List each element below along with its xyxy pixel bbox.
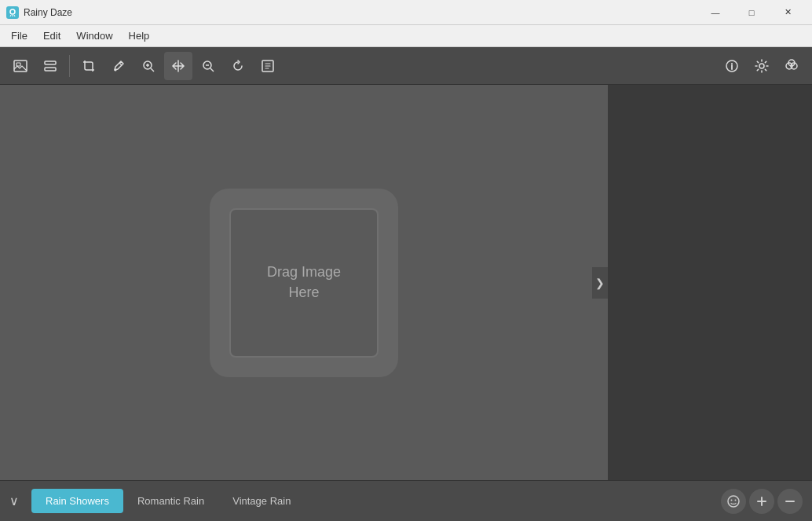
svg-line-15 — [210, 68, 214, 72]
title-bar: Rainy Daze — □ ✕ — [0, 0, 812, 25]
tabs-area: Rain Showers Romantic Rain Vintage Rain — [28, 489, 721, 513]
svg-rect-7 — [45, 68, 56, 71]
maximize-button[interactable]: □ — [733, 0, 770, 25]
svg-rect-5 — [16, 63, 20, 66]
toolbar-right — [718, 52, 806, 80]
menu-file[interactable]: File — [3, 27, 35, 45]
svg-point-8 — [115, 68, 117, 71]
menu-edit[interactable]: Edit — [35, 27, 68, 45]
main-area: Drag Image Here ❯ — [0, 85, 812, 480]
layers-icon[interactable] — [36, 52, 64, 80]
move-icon[interactable] — [164, 52, 192, 80]
svg-line-12 — [151, 68, 154, 72]
drag-text: Drag Image Here — [267, 262, 341, 302]
canvas-area[interactable]: Drag Image Here ❯ — [0, 85, 608, 480]
export-icon[interactable] — [254, 52, 282, 80]
tab-rain-showers[interactable]: Rain Showers — [31, 489, 123, 513]
svg-line-1 — [10, 15, 11, 17]
svg-point-26 — [735, 499, 737, 501]
zoom-in-icon[interactable] — [134, 52, 163, 80]
info-icon[interactable] — [718, 52, 746, 80]
svg-point-0 — [10, 9, 15, 14]
svg-rect-6 — [45, 61, 56, 64]
svg-point-24 — [728, 496, 739, 507]
bottom-bar: ∨ Rain Showers Romantic Rain Vintage Rai… — [0, 480, 812, 521]
svg-point-25 — [731, 499, 733, 501]
tab-romantic-rain[interactable]: Romantic Rain — [123, 489, 218, 513]
add-button[interactable] — [749, 489, 774, 514]
right-panel — [608, 85, 812, 480]
effects-icon[interactable] — [777, 52, 806, 80]
bottom-chevron-icon[interactable]: ∨ — [0, 481, 28, 522]
image-icon[interactable] — [6, 52, 35, 80]
crop-icon[interactable] — [75, 52, 103, 80]
zoom-out-icon[interactable] — [194, 52, 222, 80]
svg-line-3 — [14, 15, 15, 17]
close-button[interactable]: ✕ — [770, 0, 806, 25]
menu-bar: File Edit Window Help — [0, 25, 812, 47]
app-title: Rainy Daze — [24, 7, 697, 18]
drag-zone[interactable]: Drag Image Here — [210, 189, 398, 377]
panel-toggle-icon[interactable]: ❯ — [592, 267, 608, 299]
menu-help[interactable]: Help — [121, 27, 158, 45]
window-controls: — □ ✕ — [697, 0, 806, 25]
emoji-button[interactable] — [721, 489, 746, 514]
settings-icon[interactable] — [748, 52, 776, 80]
app-icon — [6, 6, 19, 19]
drag-zone-inner: Drag Image Here — [229, 208, 379, 358]
rotate-icon[interactable] — [224, 52, 252, 80]
minimize-button[interactable]: — — [697, 0, 733, 25]
toolbar-sep-1 — [69, 55, 70, 77]
svg-point-19 — [731, 63, 733, 64]
menu-window[interactable]: Window — [68, 27, 120, 45]
svg-point-20 — [759, 64, 764, 68]
dropper-icon[interactable] — [104, 52, 133, 80]
bottom-right-buttons — [721, 489, 812, 514]
toolbar — [0, 47, 812, 85]
tab-vintage-rain[interactable]: Vintage Rain — [218, 489, 305, 513]
remove-button[interactable] — [777, 489, 803, 514]
